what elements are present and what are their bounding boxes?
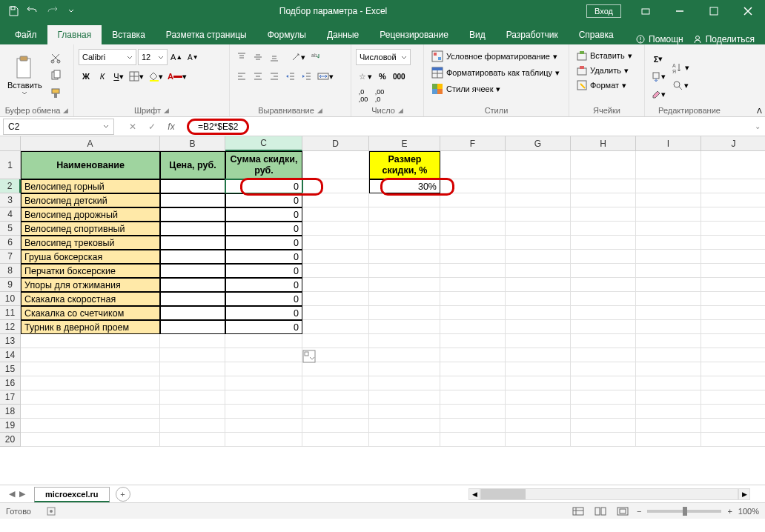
cell[interactable] bbox=[440, 390, 506, 405]
cell[interactable] bbox=[440, 306, 506, 320]
expand-formula-bar-icon[interactable]: ⌄ bbox=[750, 122, 765, 130]
discount-percent-cell[interactable]: 30% bbox=[369, 179, 440, 193]
column-header[interactable]: B bbox=[160, 136, 225, 151]
row-header[interactable]: 20 bbox=[0, 433, 21, 447]
cell[interactable] bbox=[701, 376, 765, 390]
zoom-slider[interactable] bbox=[647, 510, 721, 513]
cell[interactable] bbox=[369, 405, 440, 419]
cell[interactable] bbox=[701, 264, 765, 278]
cell[interactable] bbox=[302, 376, 369, 390]
cell[interactable] bbox=[225, 419, 302, 433]
cell[interactable] bbox=[440, 362, 506, 376]
cell[interactable] bbox=[636, 390, 701, 405]
cell[interactable] bbox=[506, 292, 571, 306]
cell-styles-button[interactable]: Стили ячеек ▾ bbox=[428, 82, 503, 96]
share-button[interactable]: Поделиться bbox=[692, 34, 755, 44]
sheet-tab[interactable]: microexcel.ru bbox=[34, 487, 110, 502]
cell[interactable] bbox=[369, 193, 440, 207]
close-icon[interactable] bbox=[731, 0, 765, 22]
cell[interactable] bbox=[701, 320, 765, 334]
paste-button[interactable]: Вставить bbox=[4, 53, 45, 98]
cell[interactable] bbox=[440, 405, 506, 419]
cell[interactable] bbox=[225, 334, 302, 348]
cell[interactable] bbox=[506, 306, 571, 320]
cell[interactable] bbox=[701, 278, 765, 292]
cell[interactable] bbox=[506, 207, 571, 222]
increase-decimal-icon[interactable]: ,0,00 bbox=[356, 87, 371, 104]
add-sheet-icon[interactable]: + bbox=[116, 487, 130, 502]
cell[interactable] bbox=[506, 348, 571, 362]
cell[interactable] bbox=[440, 222, 506, 236]
discount-cell[interactable]: 0 bbox=[225, 250, 302, 264]
align-bottom-icon[interactable] bbox=[267, 49, 282, 65]
discount-cell[interactable]: 0 bbox=[225, 179, 302, 193]
cell[interactable] bbox=[571, 306, 636, 320]
bold-icon[interactable]: Ж bbox=[79, 68, 93, 84]
cell[interactable] bbox=[571, 334, 636, 348]
cell[interactable] bbox=[571, 236, 636, 250]
cell[interactable] bbox=[440, 292, 506, 306]
cell[interactable] bbox=[302, 236, 369, 250]
cell[interactable] bbox=[160, 405, 225, 419]
font-size-select[interactable]: 12 bbox=[138, 49, 168, 65]
cell[interactable] bbox=[571, 179, 636, 193]
header-cell[interactable]: Цена, руб. bbox=[160, 151, 225, 179]
normal-view-icon[interactable] bbox=[570, 505, 586, 518]
minimize-icon[interactable] bbox=[663, 0, 697, 22]
clear-icon[interactable]: ▾ bbox=[649, 87, 667, 103]
tab-help[interactable]: Справка bbox=[569, 25, 624, 44]
cell[interactable] bbox=[160, 362, 225, 376]
cell[interactable] bbox=[636, 376, 701, 390]
decrease-indent-icon[interactable] bbox=[283, 68, 298, 84]
column-header[interactable]: I bbox=[636, 136, 701, 151]
cell[interactable] bbox=[636, 151, 701, 179]
cell[interactable] bbox=[636, 362, 701, 376]
insert-cells-button[interactable]: Вставить ▾ bbox=[574, 49, 635, 62]
row-header[interactable]: 13 bbox=[0, 334, 21, 348]
cell[interactable] bbox=[571, 264, 636, 278]
item-cell[interactable]: Скакалка со счетчиком bbox=[21, 306, 160, 320]
cell[interactable] bbox=[701, 390, 765, 405]
row-header[interactable]: 9 bbox=[0, 278, 21, 292]
cell[interactable] bbox=[440, 419, 506, 433]
cell[interactable] bbox=[506, 390, 571, 405]
discount-cell[interactable]: 0 bbox=[225, 278, 302, 292]
cell[interactable] bbox=[369, 292, 440, 306]
number-launcher-icon[interactable]: ◢ bbox=[398, 107, 403, 114]
cell[interactable] bbox=[302, 250, 369, 264]
price-cell[interactable] bbox=[160, 320, 225, 334]
cell[interactable] bbox=[21, 390, 160, 405]
cell[interactable] bbox=[701, 419, 765, 433]
wrap-text-icon[interactable]: ab bbox=[308, 49, 323, 65]
horizontal-scrollbar[interactable]: ◀ ▶ bbox=[468, 488, 750, 500]
sheet-nav-next-icon[interactable]: ▶ bbox=[19, 489, 25, 499]
row-header[interactable]: 1 bbox=[0, 151, 21, 179]
cell[interactable] bbox=[440, 278, 506, 292]
cell[interactable] bbox=[369, 236, 440, 250]
comma-icon[interactable]: 000 bbox=[391, 68, 407, 84]
autofill-options-icon[interactable] bbox=[302, 350, 317, 365]
row-header[interactable]: 18 bbox=[0, 405, 21, 419]
tab-data[interactable]: Данные bbox=[317, 25, 369, 44]
row-header[interactable]: 14 bbox=[0, 348, 21, 362]
discount-cell[interactable]: 0 bbox=[225, 306, 302, 320]
cells-area[interactable]: НаименованиеЦена, руб.Сумма скидки, руб.… bbox=[21, 151, 765, 447]
column-header[interactable]: E bbox=[369, 136, 440, 151]
tab-view[interactable]: Вид bbox=[459, 25, 496, 44]
cell[interactable] bbox=[440, 236, 506, 250]
price-cell[interactable] bbox=[160, 292, 225, 306]
italic-icon[interactable]: К bbox=[95, 68, 110, 84]
cell[interactable] bbox=[302, 193, 369, 207]
orientation-icon[interactable]: ▾ bbox=[289, 49, 307, 65]
format-painter-icon[interactable] bbox=[48, 85, 63, 102]
cell[interactable] bbox=[302, 207, 369, 222]
discount-cell[interactable]: 0 bbox=[225, 207, 302, 222]
fill-icon[interactable]: ▾ bbox=[649, 69, 667, 85]
cell[interactable] bbox=[506, 405, 571, 419]
cell[interactable] bbox=[506, 264, 571, 278]
cell[interactable] bbox=[369, 278, 440, 292]
cell[interactable] bbox=[302, 278, 369, 292]
cell[interactable] bbox=[369, 250, 440, 264]
cell[interactable] bbox=[571, 250, 636, 264]
tab-developer[interactable]: Разработчик bbox=[496, 25, 569, 44]
